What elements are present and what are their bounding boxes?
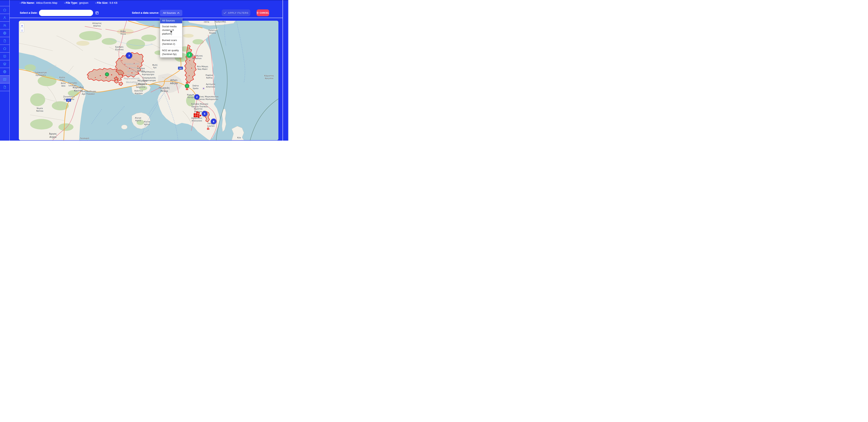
sidebar-item-map[interactable] <box>0 76 9 84</box>
file-icon <box>3 39 7 43</box>
map-place-label: ΜαραθώναςMarathon <box>191 55 203 60</box>
layers-icon <box>3 62 7 66</box>
map-place-label: ΠαλάτιαPalatia <box>208 29 217 34</box>
sidebar-item-book-open[interactable] <box>0 53 9 60</box>
map-place-label: ΑίγιναAgina <box>135 117 141 122</box>
check-icon <box>224 12 226 14</box>
map-place-label: ΠειραιάςPiräus <box>159 87 170 93</box>
file-name: - File Name:Attica Events Map <box>20 1 57 4</box>
header-divider <box>10 18 283 18</box>
map-place-label: ΛουτράκιLoutraki <box>68 82 77 87</box>
building-icon <box>207 127 210 131</box>
map-place-label: ΣκαραμαγκάςSkaramangas <box>143 76 156 82</box>
sidebar-item-home[interactable] <box>0 45 9 53</box>
sidebar-item-file[interactable] <box>0 84 9 91</box>
sidebar-item-users[interactable] <box>0 22 9 29</box>
map-place-label: Αμάρυνθος <box>215 21 226 23</box>
airport-icon: ✈ <box>202 87 206 91</box>
road-shield-A1: A1 <box>178 67 183 70</box>
sidebar-item-user[interactable] <box>0 14 9 22</box>
map-place-label: ΒέλοVelo <box>61 82 66 87</box>
map-place-label: Λιμένας ΜαρκοπούλουLimenas Markopoulou <box>196 95 218 100</box>
map-cluster-marker[interactable]: 6 <box>211 119 216 124</box>
apply-filters-button[interactable]: APPLY FILTERS <box>222 9 250 16</box>
globe-icon <box>3 70 7 74</box>
source-selected-value: All Sources <box>163 11 176 14</box>
zoom-in-button[interactable]: + <box>20 23 24 28</box>
map-cluster-marker[interactable]: 5 <box>202 111 207 117</box>
chevron-up-icon <box>177 12 179 13</box>
calendar-icon[interactable] <box>95 11 99 15</box>
page-edge <box>288 0 289 140</box>
map-place-label: ΆργοςArgos <box>49 132 57 139</box>
map-canvas[interactable]: ΑλίαρτοςAliartosΘήβαThivaΕρυθρέςErythres… <box>19 21 278 140</box>
sidebar-item-home[interactable] <box>0 6 9 14</box>
dropdown-option[interactable]: All Sources <box>160 18 182 23</box>
user-icon <box>3 16 7 20</box>
home-icon <box>3 47 7 51</box>
road-shield-A7: A7 <box>66 99 71 102</box>
map-place-label: ΑλίαρτοςAliartos <box>92 22 101 27</box>
map-place-label: ΡαφήναRafina <box>206 74 213 79</box>
cancel-button[interactable]: CANCEL <box>256 9 269 16</box>
map-place-label: ΖευγολατιόZevgolatio <box>63 95 74 100</box>
home-icon <box>3 8 7 12</box>
sidebar-item-file[interactable] <box>0 37 9 45</box>
file-info-row: - File Name:Attica Events Map - File Typ… <box>20 1 124 4</box>
file-size: - File Size:9.8 KB <box>95 1 117 4</box>
source-dropdown-button[interactable]: All Sources <box>160 10 182 16</box>
date-input[interactable] <box>39 10 93 16</box>
map-place-label: Νέα ΜάκρηNea Makri <box>197 65 208 70</box>
map-place-label: ΚερατέαKeratea <box>194 108 202 113</box>
map-place-label: ΞυλόκαστροXylokastro <box>35 71 47 76</box>
map-cluster-marker[interactable]: 3 <box>126 52 132 59</box>
map-place-label: ΑιάντειοAianteio <box>134 90 143 95</box>
map-place-label: ΚορωπίKoropi <box>187 94 194 99</box>
map-place-label: AthenΑθήνα <box>170 79 178 85</box>
map-point-marker[interactable] <box>105 72 109 76</box>
users-icon <box>3 24 7 27</box>
region-label: ΠεριφερειακήΕνότηταΔυτικήςΑττικήςRegiona… <box>124 62 140 84</box>
map-place-label: Καλύβια ΘορικούKalyvia Thorikou <box>191 103 208 108</box>
map-place-label: ΚιάτοKiato <box>59 76 65 81</box>
map-place-label: ΜάνδραMandra <box>137 67 145 72</box>
map-place-label: ΛυγουριόLygourio <box>80 137 89 140</box>
map-cluster-marker[interactable]: 2 <box>186 52 192 58</box>
dropdown-option[interactable]: NO2 air quality (Sentinel-5p) <box>160 47 182 57</box>
map-place-label: ΕρυθρέςErythres <box>115 46 124 51</box>
pixel-detection-blocks <box>194 111 203 119</box>
zoom-out-button[interactable]: − <box>20 28 24 32</box>
building-icon <box>193 56 196 59</box>
app-window: - File Name:Attica Events Map - File Typ… <box>0 0 289 140</box>
map-place-label: ΑίγιναAgina <box>144 121 150 126</box>
map-place-label: retria <box>204 21 209 23</box>
map-icon <box>3 77 7 81</box>
source-dropdown-menu: All SourcesSocial media clusters (X plat… <box>160 18 182 58</box>
globe-icon <box>3 31 7 35</box>
map-place-label: ΑρτέμιδαArtemida <box>206 83 215 88</box>
sidebar-item-layers[interactable] <box>0 60 9 68</box>
book-open-icon <box>3 55 7 58</box>
map-overlays: ΑλίαρτοςAliartosΘήβαThivaΕρυθρέςErythres… <box>19 21 278 140</box>
map-point-marker[interactable] <box>185 84 189 88</box>
map-place-label: ΘήβαThiva <box>120 30 126 35</box>
map-place-label: ΚόρινθοςKorinth <box>73 86 84 92</box>
map-place-label: ΣαλαμίναSalamina <box>136 83 145 88</box>
top-strip <box>0 0 289 1</box>
sidebar-item-globe[interactable] <box>0 68 9 76</box>
map-place-label: ΦυλήFyli <box>152 64 157 69</box>
map-place-label: ΑσπρόπυργοςAspropyrgos <box>141 71 155 76</box>
map-cluster-marker[interactable]: 2 <box>194 94 199 100</box>
map-place-label: ΚάρυστοςKarystos <box>264 74 274 79</box>
sidebar-item-globe[interactable] <box>0 29 9 37</box>
dropdown-option[interactable]: Burned scars (Sentinel-2) <box>160 37 182 47</box>
date-label: Select a Date: <box>20 11 38 14</box>
sidebar <box>0 0 10 140</box>
map-place-label: ΜέγαραMegara <box>137 79 147 86</box>
map-place-label: Άγιοι ΘεόδωροιAgii Theodori <box>81 90 96 95</box>
map-place-label: ΣπάταSpata <box>192 85 198 90</box>
dropdown-option[interactable]: Social media clusters (X platform) <box>160 23 182 37</box>
map-place-label: Κέα <box>237 136 241 139</box>
map-place-label: ΝεμέαNemea <box>36 107 43 112</box>
map-place-label: ΑναβυσσοςAnavyssos <box>191 117 203 122</box>
